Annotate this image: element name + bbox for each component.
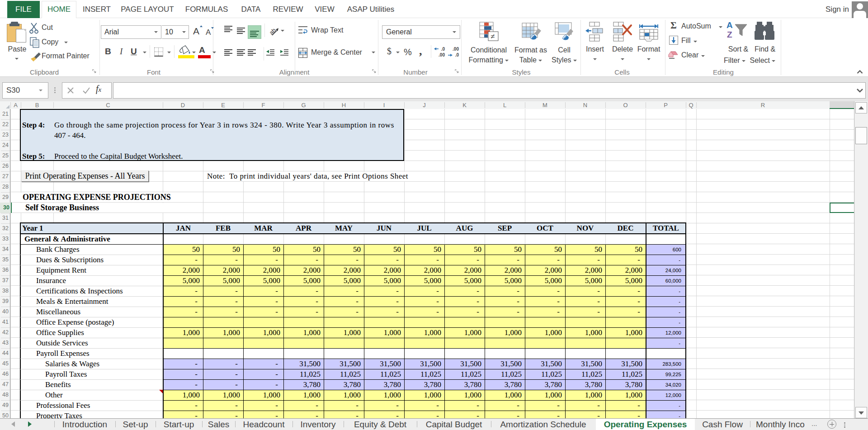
svg-text:≠: ≠ [491,32,495,41]
